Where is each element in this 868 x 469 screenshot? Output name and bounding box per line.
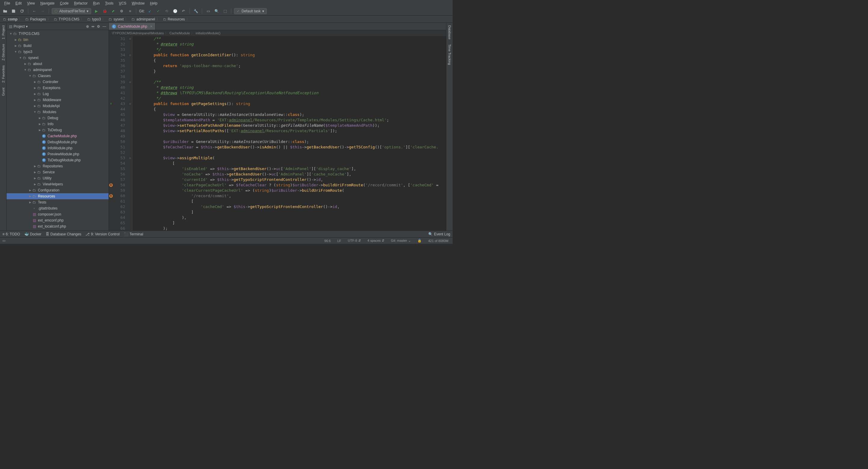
- tree-node[interactable]: ▤ext_localconf.php: [7, 223, 108, 229]
- bottom-tab-6-todo[interactable]: ≡6: TODO: [2, 232, 20, 236]
- left-tab-grunt[interactable]: Grunt: [1, 85, 6, 98]
- memory-indicator[interactable]: 421 of 8080M: [427, 239, 450, 243]
- project-tree[interactable]: ▼🗀TYPO3.CMS▶🗀bin▶🗀Build▼🗀typo3▼🗀sysext▶🗀…: [7, 30, 108, 231]
- breadcrumb-item[interactable]: 🗀comp〉: [2, 17, 24, 22]
- close-tab-icon[interactable]: ×: [150, 24, 152, 29]
- right-tab-time-tracking[interactable]: Time Tracking: [447, 42, 452, 67]
- actions-icon[interactable]: ⬚: [222, 8, 228, 14]
- menu-tools[interactable]: Tools: [102, 1, 116, 6]
- git-update-icon[interactable]: ↙: [147, 8, 153, 14]
- tree-node[interactable]: ▶🗀Exceptions: [7, 85, 108, 91]
- coverage-icon[interactable]: ⬈: [110, 8, 116, 14]
- tree-node[interactable]: ▶🗀ModuleApi: [7, 103, 108, 109]
- menu-file[interactable]: File: [2, 1, 12, 6]
- editor-tab[interactable]: C CacheModule.php ×: [109, 23, 155, 30]
- back-icon[interactable]: ←: [31, 8, 38, 14]
- tree-node[interactable]: ▶🗀bin: [7, 37, 108, 43]
- refresh-icon[interactable]: [19, 8, 25, 14]
- tree-node[interactable]: CTsDebugModule.php: [7, 157, 108, 163]
- menu-code[interactable]: Code: [57, 1, 71, 6]
- tree-node[interactable]: CDebugModule.php: [7, 139, 108, 145]
- tree-node[interactable]: ▶🗀Tests: [7, 199, 108, 205]
- tree-node[interactable]: ▼🗀typo3: [7, 49, 108, 55]
- tree-node[interactable]: CPreviewModule.php: [7, 151, 108, 157]
- menu-refactor[interactable]: Refactor: [71, 1, 90, 6]
- tree-node[interactable]: ▤composer.json: [7, 211, 108, 217]
- menu-help[interactable]: Help: [148, 1, 160, 6]
- breadcrumb-item[interactable]: 🗀TYPO3.CMS〉: [53, 17, 85, 22]
- left-tab-z-structure[interactable]: Z-Structure: [1, 41, 6, 63]
- breadcrumb-item[interactable]: 🗀Packages〉: [24, 17, 52, 22]
- editor-bc-item[interactable]: initializeModule(): [195, 31, 220, 35]
- locate-icon[interactable]: ⊕: [86, 24, 89, 29]
- profile-icon[interactable]: ⚙: [118, 8, 125, 14]
- menu-run[interactable]: Run: [91, 1, 102, 6]
- menu-navigate[interactable]: Navigate: [38, 1, 57, 6]
- tree-node[interactable]: ▼🗀Classes: [7, 73, 108, 79]
- tree-node[interactable]: ▶🗀ViewHelpers: [7, 181, 108, 187]
- settings-icon[interactable]: 🔧: [192, 8, 199, 14]
- menu-vcs[interactable]: VCS: [116, 1, 129, 6]
- hide-icon[interactable]: —: [102, 24, 106, 29]
- tree-node[interactable]: ▶🗀Info: [7, 121, 108, 127]
- tree-node[interactable]: ▶🗀Controller: [7, 79, 108, 85]
- code-editor[interactable]: ⬆RR 313233343536373839404142434445464748…: [109, 36, 446, 231]
- right-tab-database[interactable]: Database: [447, 23, 452, 42]
- bottom-tab-9-version-control[interactable]: ⎇9: Version Control: [85, 232, 119, 236]
- gear-icon[interactable]: ⚙: [97, 24, 100, 29]
- tree-node[interactable]: CInfoModule.php: [7, 145, 108, 151]
- line-ending[interactable]: LF: [336, 239, 343, 243]
- event-log-button[interactable]: 🔍Event Log: [428, 232, 450, 236]
- paste-icon[interactable]: ▭: [205, 8, 211, 14]
- tree-node[interactable]: ▶🗀Debug: [7, 115, 108, 121]
- tree-node[interactable]: ▼🗀TYPO3.CMS: [7, 31, 108, 37]
- tree-node[interactable]: ▶🗀Configuration: [7, 187, 108, 193]
- tree-node[interactable]: ▫.gitattributes: [7, 205, 108, 211]
- editor-bc-item[interactable]: CacheModule: [169, 31, 190, 35]
- tree-node[interactable]: CCacheModule.php: [7, 133, 108, 139]
- tree-node[interactable]: ▶🗀Service: [7, 169, 108, 175]
- menu-window[interactable]: Window: [129, 1, 147, 6]
- caret-position[interactable]: 96:6: [322, 239, 332, 243]
- tree-node[interactable]: ▶🗀Log: [7, 91, 108, 97]
- git-history-icon[interactable]: 🕐: [172, 8, 178, 14]
- bottom-tab-database-changes[interactable]: 🗄Database Changes: [46, 232, 82, 236]
- lock-icon[interactable]: 🔒: [416, 239, 424, 243]
- task-dropdown[interactable]: ✓ Default task ▾: [234, 8, 267, 14]
- left-tab-2-favorites[interactable]: 2: Favorites: [1, 63, 6, 85]
- search-icon[interactable]: 🔍: [213, 8, 220, 14]
- tree-node[interactable]: ▼🗀sysext: [7, 55, 108, 61]
- git-branch[interactable]: Git: master ⌄: [389, 239, 413, 243]
- tree-node[interactable]: ▶🗀TsDebug: [7, 127, 108, 133]
- tree-node[interactable]: ▶🗀Build: [7, 43, 108, 49]
- tree-node[interactable]: ▶🗀Middleware: [7, 97, 108, 103]
- debug-icon[interactable]: 🐞: [101, 8, 108, 14]
- run-config-dropdown[interactable]: ⬡ AbstractFileTest ▾: [52, 8, 91, 14]
- editor-bc-item[interactable]: \TYPO3\CMS\Adminpanel\Modules: [112, 31, 164, 35]
- tree-node[interactable]: ▶🗀about: [7, 61, 108, 67]
- stop-icon[interactable]: ■: [127, 8, 133, 14]
- indent[interactable]: 4 spaces ⇵: [366, 239, 386, 243]
- tree-node[interactable]: ▼🗀Modules: [7, 109, 108, 115]
- forward-icon[interactable]: →: [39, 8, 46, 14]
- menu-edit[interactable]: Edit: [13, 1, 24, 6]
- open-icon[interactable]: [2, 8, 8, 14]
- chevron-down-icon[interactable]: ▾: [26, 24, 28, 29]
- tree-node[interactable]: ▶🗀Repositories: [7, 163, 108, 169]
- menu-view[interactable]: View: [25, 1, 37, 6]
- git-revert-icon[interactable]: ↶: [180, 8, 187, 14]
- collapse-icon[interactable]: ⇔: [91, 24, 94, 29]
- tree-node[interactable]: ▼🗀adminpanel: [7, 67, 108, 73]
- tree-node[interactable]: ▤ext_emconf.php: [7, 217, 108, 223]
- breadcrumb-item[interactable]: 🗀typo3〉: [86, 17, 107, 22]
- git-commit-icon[interactable]: ✓: [155, 8, 161, 14]
- encoding[interactable]: UTF-8 ⇵: [346, 239, 363, 243]
- save-icon[interactable]: [10, 8, 17, 14]
- bottom-tab-terminal[interactable]: ⬛Terminal: [124, 232, 143, 236]
- breadcrumb-item[interactable]: 🗀adminpanel〉: [130, 17, 161, 22]
- git-compare-icon[interactable]: ⟲: [163, 8, 170, 14]
- breadcrumb-item[interactable]: 🗀sysext〉: [107, 17, 130, 22]
- run-icon[interactable]: ▶: [93, 8, 99, 14]
- breadcrumb-item[interactable]: 🗀Resources〉: [162, 17, 191, 22]
- bottom-tab-docker[interactable]: 🐳Docker: [24, 232, 41, 236]
